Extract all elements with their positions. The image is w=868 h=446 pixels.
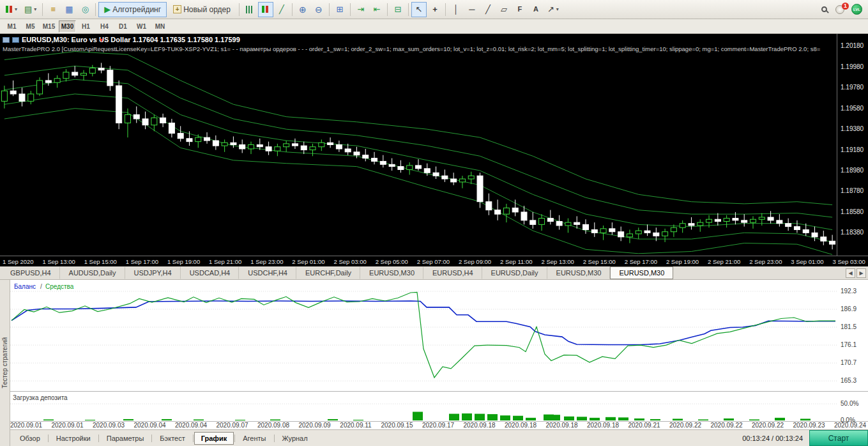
timeframe-button-h4[interactable]: H4 [96, 20, 113, 33]
timeframe-button-d1[interactable]: D1 [114, 20, 132, 33]
timeframe-button-m30[interactable]: M30 [59, 20, 76, 33]
deposit-load-bar [526, 418, 536, 420]
deposit-load-bar [194, 419, 204, 420]
arrows-dropdown[interactable]: ↗ ▾ [544, 2, 562, 17]
text-button[interactable]: A [528, 2, 544, 17]
tester-tab-журнал[interactable]: Журнал [275, 432, 315, 445]
candle [345, 149, 351, 152]
timeframe-button-m15[interactable]: M15 [40, 20, 57, 33]
candle [733, 219, 738, 220]
tester-tab-агенты[interactable]: Агенты [236, 432, 273, 445]
algo-trading-button[interactable]: ▶ Алготрейдинг [98, 2, 167, 17]
timeframe-button-m1[interactable]: M1 [3, 20, 20, 33]
new-order-button[interactable]: + Новый ордер [167, 2, 236, 17]
fibonacci-button[interactable]: F [512, 2, 528, 17]
start-button[interactable]: Старт [809, 430, 868, 446]
chart-tab-eurusd-m30[interactable]: EURUSD,M30 [610, 266, 673, 279]
deposit-load-bar [475, 414, 485, 420]
price-axis-label: 1.18380 [841, 229, 864, 236]
time-axis-label: 2 Sep 05:00 [376, 258, 408, 265]
zoom-in-button[interactable]: ⊕ [295, 2, 310, 17]
date-axis-label: 2020.09.01 [10, 422, 42, 429]
auto-scroll-button[interactable]: ⇥ [353, 2, 369, 17]
tab-separator [98, 434, 99, 442]
chart-tab-usdchf-h4[interactable]: USDCHF,H4 [239, 266, 296, 279]
time-axis-label: 2 Sep 21:00 [708, 258, 740, 265]
chart-area[interactable]: EURUSD,M30: Euro vs US Dollar 1.17604 1.… [0, 34, 868, 256]
chart-tab-eurusd-m30[interactable]: EURUSD,M30 [547, 266, 611, 279]
deposit-load-bar [605, 417, 616, 420]
time-axis-label: 2 Sep 03:00 [333, 258, 366, 265]
tabs-scroll-left-button[interactable]: ◀ [846, 268, 855, 278]
balance-axis-label: 170.7 [841, 359, 857, 366]
search-button[interactable] [816, 2, 832, 17]
timeframe-button-w1[interactable]: W1 [133, 20, 150, 33]
chart-tab-usdjpy-h4[interactable]: USDJPY,H4 [125, 266, 181, 279]
zoom-out-button[interactable]: ⊖ [311, 2, 326, 17]
tabs-scroll-right-button[interactable]: ▶ [857, 268, 866, 278]
time-axis-label: 2 Sep 09:00 [459, 258, 491, 265]
chart-tab-usdcad-h4[interactable]: USDCAD,H4 [181, 266, 240, 279]
chart-tab-eurusd-h4[interactable]: EURUSD,H4 [423, 266, 482, 279]
bars-mode-button[interactable] [242, 2, 257, 17]
data-window-button[interactable]: ▦ [61, 2, 77, 17]
time-axis-label: 2 Sep 23:00 [749, 258, 782, 265]
navigator-button[interactable]: ◎ [77, 2, 93, 17]
data-window-icon: ▦ [65, 5, 73, 13]
indicator-line [4, 79, 832, 229]
mql5-level-button[interactable]: LVL [848, 2, 865, 17]
candle [178, 134, 183, 139]
candle [107, 70, 113, 86]
time-axis-label: 2 Sep 19:00 [666, 258, 699, 265]
deposit-load-bar [500, 415, 510, 420]
notifications-button[interactable]: 1 [832, 2, 848, 17]
chart-tab-eurchf-daily[interactable]: EURCHF,Daily [296, 266, 360, 279]
tester-tab-бэктест[interactable]: Бэктест [153, 432, 192, 445]
crosshair-button[interactable]: + [427, 2, 443, 17]
toolbar-separator [239, 3, 240, 16]
strategy-tester-caption: Тестер стратегий [1, 337, 8, 388]
trendline-icon: ╱ [485, 5, 491, 13]
tester-tab-параметры[interactable]: Параметры [100, 432, 151, 445]
time-axis[interactable]: 1 Sep 20201 Sep 13:001 Sep 15:001 Sep 17… [0, 256, 868, 266]
chart-tab-eurusd-m30[interactable]: EURUSD,M30 [360, 266, 423, 279]
new-chart-dropdown[interactable]: ▾ [3, 2, 20, 17]
tester-tab-график[interactable]: График [194, 432, 234, 445]
timeframe-button-m5[interactable]: M5 [22, 20, 39, 33]
cursor-button[interactable]: ↖ [411, 2, 427, 17]
line-mode-button[interactable]: ╱ [274, 2, 289, 17]
market-watch-button[interactable]: ≡ [45, 2, 61, 17]
tester-tabs-bar: ОбзорНастройкиПараметрыБэктестГрафикАген… [10, 430, 868, 446]
chart-shift-icon: ⇤ [373, 5, 380, 13]
chart-tab-audusd-daily[interactable]: AUDUSD,Daily [60, 266, 125, 279]
indicator-line [4, 52, 832, 205]
indicators-button[interactable]: ⊟ [390, 2, 406, 17]
tile-windows-button[interactable]: ⊞ [332, 2, 347, 17]
price-axis[interactable]: 1.201801.199801.197801.195801.193801.191… [837, 34, 868, 256]
horizontal-line-button[interactable]: ─ [464, 2, 480, 17]
chart-shift-button[interactable]: ⇤ [369, 2, 385, 17]
candle [98, 68, 104, 70]
date-axis-label: 2020.09.18 [505, 422, 537, 429]
deposit-load-bar [698, 419, 708, 420]
time-axis-label: 1 Sep 13:00 [43, 258, 75, 265]
chart-tab-gbpusd-h4[interactable]: GBPUSD,H4 [1, 266, 60, 279]
candle [284, 144, 289, 147]
tester-tab-обзор[interactable]: Обзор [13, 432, 47, 445]
deposit-load-bar [800, 419, 811, 420]
candle [468, 176, 474, 179]
candle [724, 219, 729, 222]
candle [830, 241, 835, 244]
timeframe-button-h1[interactable]: H1 [77, 20, 95, 33]
deposit-load-bar [513, 416, 523, 420]
trendline-button[interactable]: ╱ [480, 2, 496, 17]
timeframe-button-mn[interactable]: MN [151, 20, 169, 33]
candle [812, 233, 818, 236]
templates-dropdown[interactable]: ▤ ▾ [21, 2, 40, 17]
vertical-line-button[interactable]: │ [448, 2, 464, 17]
chart-tab-eurusd-daily[interactable]: EURUSD,Daily [482, 266, 547, 279]
tester-tab-настройки[interactable]: Настройки [49, 432, 98, 445]
deposit-load-bar [328, 419, 338, 420]
candles-mode-button[interactable] [258, 2, 273, 17]
channel-button[interactable]: ▱ [496, 2, 512, 17]
